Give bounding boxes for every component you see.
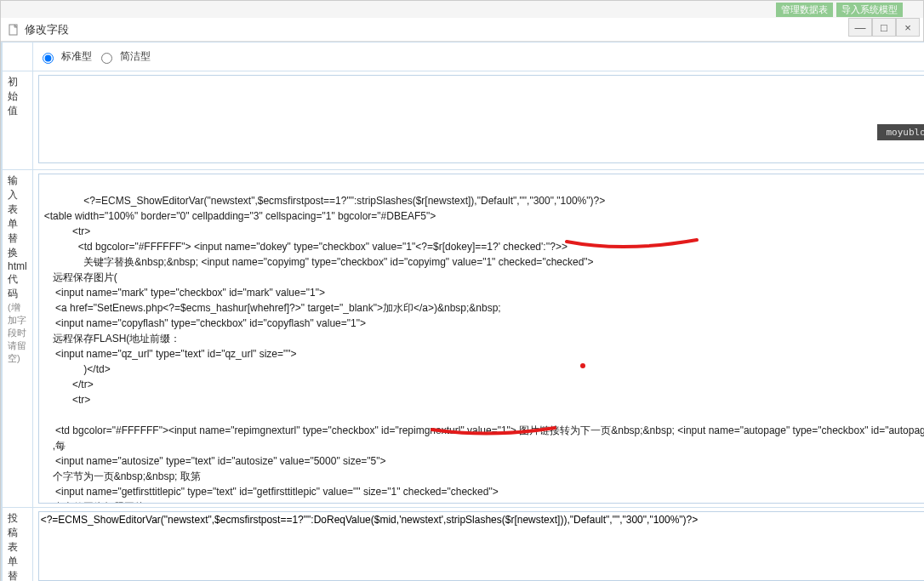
post-form-row: 投稿表单替换html代码 (增加字段时请留空) [3,508,925,582]
initial-value-label: 初始值 [3,71,33,170]
svg-point-1 [580,363,585,368]
minimize-button[interactable]: — [848,18,872,37]
maximize-button[interactable]: □ [872,18,896,37]
initial-value-row: 初始值 moyublog.com [3,71,925,170]
input-form-cell: <?=ECMS_ShowEditorVar("newstext",$ecmsfi… [32,170,924,508]
input-form-hint: (增加字段时请留空) [8,301,27,365]
window-title: 修改字段 [25,22,69,37]
initial-value-cell: moyublog.com [32,71,924,170]
input-form-codebox[interactable]: <?=ECMS_ShowEditorVar("newstext",$ecmsfi… [38,174,924,504]
type-label-cell [3,43,33,71]
radio-simple[interactable] [101,53,112,64]
close-button[interactable]: × [896,18,920,37]
content-area: 标准型 简洁型 初始值 moyublog.com 输入表单 [1,42,923,581]
watermark: moyublog.com [877,124,924,140]
dialog-window: 管理数据表 导入系统模型 修改字段 — □ × 标准型 [0,0,924,581]
form-table: 标准型 简洁型 初始值 moyublog.com 输入表单 [2,42,924,581]
annotation-dot [579,362,589,372]
post-form-label: 投稿表单替换html代码 [8,511,27,581]
radio-standard[interactable] [43,53,54,64]
document-icon [8,24,20,36]
type-value-cell: 标准型 简洁型 [32,43,924,71]
bg-button-2: 导入系统模型 [836,3,903,17]
input-form-label: 输入表单替换html代码 [8,174,27,301]
post-form-textarea[interactable] [38,511,924,581]
code-content: <?=ECMS_ShowEditorVar("newstext",$ecmsfi… [44,195,924,504]
background-toolbar: 管理数据表 导入系统模型 [1,1,923,18]
titlebar: 修改字段 — □ × [1,18,923,42]
bg-button-1: 管理数据表 [776,3,833,17]
window-controls: — □ × [848,18,920,37]
radio-simple-label: 简洁型 [120,49,151,64]
initial-value-textarea[interactable] [38,75,924,163]
annotation-underline-1 [565,237,701,251]
main-form: 标准型 简洁型 初始值 moyublog.com 输入表单 [2,42,924,581]
radio-standard-label: 标准型 [61,49,92,64]
type-row: 标准型 简洁型 [3,43,925,71]
post-form-cell [32,508,924,582]
input-form-label-cell: 输入表单替换html代码 (增加字段时请留空) [3,170,33,508]
input-form-row: 输入表单替换html代码 (增加字段时请留空) <?=ECMS_ShowEdit… [3,170,925,508]
post-form-label-cell: 投稿表单替换html代码 (增加字段时请留空) [3,508,33,582]
